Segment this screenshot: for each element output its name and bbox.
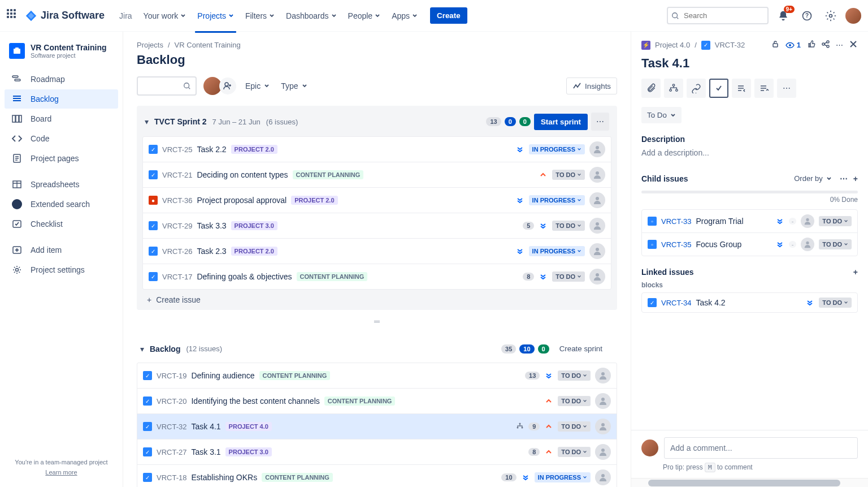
issue-summary[interactable]: Task 3.1 bbox=[191, 447, 220, 456]
status-dropdown[interactable]: TO DO bbox=[558, 447, 591, 457]
watchers[interactable]: 1 bbox=[785, 41, 801, 50]
issue-key[interactable]: VRCT-18 bbox=[157, 473, 186, 482]
add-child-icon[interactable]: + bbox=[853, 174, 858, 183]
issue-key[interactable]: VRCT-27 bbox=[157, 448, 186, 456]
child-issue-icon[interactable] bbox=[664, 79, 683, 98]
status-dropdown[interactable]: IN PROGRESS bbox=[529, 246, 585, 256]
issue-summary[interactable]: Establishing OKRs bbox=[191, 473, 257, 482]
status-dropdown[interactable]: IN PROGRESS bbox=[529, 144, 585, 154]
child-assignee[interactable] bbox=[801, 238, 814, 251]
issue-summary[interactable]: Task 2.2 bbox=[197, 145, 226, 154]
issue-summary[interactable]: Task 2.3 bbox=[197, 247, 226, 256]
notifications-icon[interactable]: 9+ bbox=[774, 7, 792, 25]
board-search[interactable] bbox=[137, 76, 197, 96]
crumb-project[interactable]: VR Content Training bbox=[175, 41, 241, 49]
issue-summary[interactable]: Defining audience bbox=[191, 371, 254, 380]
create-button[interactable]: Create bbox=[430, 7, 467, 24]
issue-key[interactable]: VRCT-25 bbox=[162, 145, 192, 154]
status-dropdown[interactable]: TO DO bbox=[819, 216, 852, 226]
link-icon[interactable] bbox=[687, 79, 706, 98]
child-assignee[interactable] bbox=[801, 214, 814, 228]
assignee-avatar[interactable] bbox=[589, 192, 605, 208]
assignee-avatar[interactable] bbox=[595, 469, 611, 485]
issue-title[interactable]: Task 4.1 bbox=[641, 56, 858, 71]
more-icon[interactable]: ⋯ bbox=[836, 41, 843, 49]
start-sprint-button[interactable]: Start sprint bbox=[534, 114, 588, 130]
nav-apps[interactable]: Apps bbox=[387, 8, 422, 24]
status-dropdown[interactable]: TO DO bbox=[552, 170, 585, 180]
assignee-avatar[interactable] bbox=[595, 368, 611, 383]
child-row[interactable]: ▫VRCT-33Program Trial-TO DO bbox=[642, 210, 857, 233]
issue-row[interactable]: ✓VRCT-20Identifying the best content cha… bbox=[137, 389, 617, 414]
drag-divider-icon[interactable]: ═ bbox=[137, 317, 617, 326]
like-icon[interactable] bbox=[806, 40, 815, 50]
issue-key[interactable]: VRCT-20 bbox=[157, 397, 186, 406]
issue-key[interactable]: VRCT-29 bbox=[162, 222, 192, 230]
assignee-avatar[interactable] bbox=[589, 243, 605, 259]
status-dropdown[interactable]: TO DO bbox=[819, 298, 852, 308]
assignee-avatar[interactable] bbox=[595, 419, 611, 434]
order-by-dropdown[interactable]: Order by bbox=[792, 171, 834, 186]
sidebar-item-add-item[interactable]: Add item bbox=[5, 240, 118, 260]
epic-badge[interactable]: CONTENT PLANNING bbox=[293, 170, 364, 179]
status-dropdown[interactable]: IN PROGRESS bbox=[529, 195, 585, 205]
issue-summary[interactable]: Identifying the best content channels bbox=[191, 397, 319, 406]
nav-dashboards[interactable]: Dashboards bbox=[281, 8, 341, 24]
issue-key[interactable]: VRCT-19 bbox=[157, 372, 186, 380]
issue-key[interactable]: VRCT-17 bbox=[162, 273, 192, 281]
epic-badge[interactable]: PROJECT 3.0 bbox=[231, 221, 277, 230]
sidebar-item-project-settings[interactable]: Project settings bbox=[5, 260, 118, 279]
child-key[interactable]: VRCT-33 bbox=[661, 217, 691, 226]
nav-people[interactable]: People bbox=[344, 8, 385, 24]
status-dropdown[interactable]: TO DO bbox=[558, 370, 591, 381]
sidebar-item-spreadsheets[interactable]: Spreadsheets bbox=[5, 175, 118, 194]
detail-hscrollbar[interactable] bbox=[631, 478, 868, 487]
issue-row[interactable]: ✓VRCT-32Task 4.1PROJECT 4.09TO DO bbox=[137, 414, 617, 439]
sidebar-item-checklist[interactable]: Checklist bbox=[5, 214, 118, 234]
issue-row[interactable]: ✓VRCT-19Defining audienceCONTENT PLANNIN… bbox=[137, 363, 617, 389]
issue-summary[interactable]: Task 3.3 bbox=[197, 221, 226, 230]
settings-icon[interactable] bbox=[822, 7, 840, 25]
assignee-avatar[interactable] bbox=[589, 269, 605, 285]
assignee-avatar[interactable] bbox=[589, 218, 605, 234]
attach-icon[interactable] bbox=[641, 79, 661, 98]
search-input[interactable] bbox=[667, 7, 769, 24]
child-summary[interactable]: Task 4.2 bbox=[696, 298, 725, 307]
status-dropdown[interactable]: TO DO bbox=[558, 421, 591, 432]
epic-badge[interactable]: CONTENT PLANNING bbox=[324, 397, 396, 406]
create-sprint-button[interactable]: Create sprint bbox=[553, 341, 609, 357]
misc-action-1-icon[interactable] bbox=[732, 79, 751, 98]
create-issue-sprint[interactable]: +Create issue bbox=[137, 290, 617, 310]
jira-logo[interactable]: Jira Software bbox=[25, 10, 105, 22]
user-avatar[interactable] bbox=[845, 8, 861, 24]
nav-filters[interactable]: Filters bbox=[241, 8, 279, 24]
epic-filter[interactable]: Epic bbox=[243, 78, 272, 94]
project-header[interactable]: VR Content Training Software project bbox=[5, 43, 118, 69]
issue-row[interactable]: ✓VRCT-26Task 2.3PROJECT 2.0IN PROGRESS bbox=[143, 239, 611, 264]
sidebar-item-roadmap[interactable]: Roadmap bbox=[5, 70, 118, 89]
detail-more-icon[interactable]: ⋯ bbox=[777, 79, 796, 98]
child-row[interactable]: ▫VRCT-35Focus Group-TO DO bbox=[642, 233, 857, 256]
issue-key[interactable]: VRCT-21 bbox=[162, 171, 192, 179]
sidebar-item-backlog[interactable]: Backlog bbox=[5, 89, 118, 109]
issue-row[interactable]: ●VRCT-36Project proposal approvalPROJECT… bbox=[143, 188, 611, 213]
status-dropdown[interactable]: TO DO bbox=[819, 239, 852, 249]
lock-icon[interactable] bbox=[771, 40, 780, 50]
crumb-projects[interactable]: Projects bbox=[137, 41, 163, 49]
detail-epic-link[interactable]: Project 4.0 bbox=[655, 41, 690, 49]
assignee-avatar[interactable] bbox=[589, 141, 605, 157]
sidebar-item-board[interactable]: Board bbox=[5, 109, 118, 128]
type-filter[interactable]: Type bbox=[279, 78, 309, 94]
issue-key[interactable]: VRCT-36 bbox=[162, 196, 192, 205]
app-switcher-icon[interactable] bbox=[7, 9, 20, 23]
sprint-more-button[interactable]: ⋯ bbox=[591, 113, 609, 131]
assignee-avatar[interactable] bbox=[595, 444, 611, 460]
backlog-collapse-icon[interactable]: ▾ bbox=[140, 344, 144, 354]
insights-button[interactable]: Insights bbox=[566, 77, 617, 94]
help-icon[interactable]: ? bbox=[798, 7, 816, 25]
nav-jira[interactable]: Jira bbox=[115, 8, 137, 24]
issue-row[interactable]: ✓VRCT-17Defining goals & objectivesCONTE… bbox=[143, 264, 611, 289]
issue-key[interactable]: VRCT-32 bbox=[157, 423, 186, 431]
sprint-collapse-icon[interactable]: ▾ bbox=[145, 117, 149, 126]
checklist-quick-icon[interactable] bbox=[709, 79, 728, 98]
